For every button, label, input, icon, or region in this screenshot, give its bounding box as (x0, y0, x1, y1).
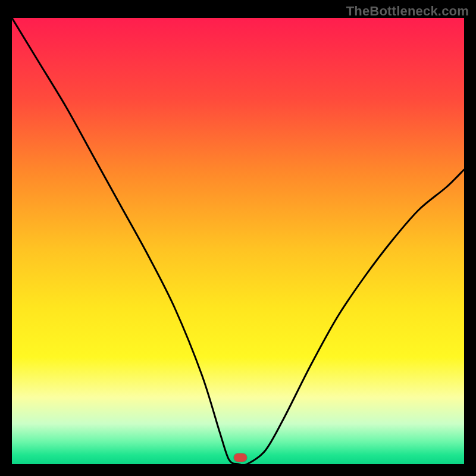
chart-plot-area (12, 18, 464, 464)
optimal-point-marker (234, 453, 247, 462)
bottleneck-curve (12, 18, 464, 464)
page: TheBottleneck.com (0, 0, 476, 476)
watermark-text: TheBottleneck.com (346, 4, 469, 19)
